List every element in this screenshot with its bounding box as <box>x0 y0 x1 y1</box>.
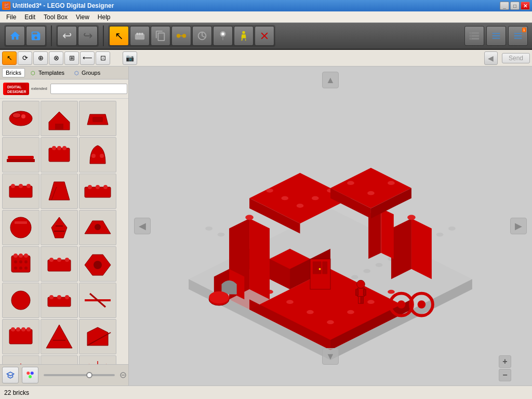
zoom-controls: + − <box>499 355 511 381</box>
svg-point-47 <box>19 267 22 270</box>
nav-back-button[interactable]: ◀ <box>484 51 498 65</box>
svg-point-156 <box>418 300 426 309</box>
svg-point-17 <box>21 114 25 118</box>
svg-point-42 <box>24 254 28 258</box>
brick-item[interactable] <box>79 210 116 245</box>
svg-rect-150 <box>361 296 363 303</box>
svg-point-38 <box>95 224 101 230</box>
svg-point-30 <box>19 184 23 188</box>
brick-item[interactable] <box>41 246 78 282</box>
send-button[interactable]: Send <box>502 53 530 63</box>
svg-rect-20 <box>8 156 34 159</box>
brick-item[interactable] <box>79 101 116 136</box>
brick-item[interactable] <box>2 174 39 209</box>
brick-item[interactable] <box>2 355 39 364</box>
brick-search-input[interactable] <box>50 84 127 94</box>
brick-item[interactable] <box>41 319 78 354</box>
nav-right-button[interactable]: ▶ <box>510 218 527 234</box>
svg-rect-149 <box>358 296 361 303</box>
zoom-slider[interactable] <box>44 374 115 376</box>
add-brick-button[interactable] <box>130 26 150 46</box>
zoom-in-button[interactable]: + <box>499 355 511 368</box>
home-button[interactable] <box>5 26 25 46</box>
brick-count: 22 bricks <box>4 389 29 396</box>
svg-point-3 <box>141 33 143 35</box>
t2-rotate-button[interactable]: ⟳ <box>18 51 32 65</box>
t2-pointer-button[interactable]: ↖ <box>2 51 17 65</box>
nav-up-button[interactable]: ▲ <box>322 72 339 88</box>
titlebar-controls[interactable]: _ □ ✕ <box>500 2 530 10</box>
menu-view[interactable]: View <box>72 12 94 22</box>
main-tools: ↖ <box>108 25 275 47</box>
brick-item[interactable] <box>2 137 39 172</box>
connect-button[interactable] <box>171 26 191 46</box>
select-tool-button[interactable]: ↖ <box>109 26 129 46</box>
svg-point-130 <box>245 215 254 220</box>
t2-flex-button[interactable]: ⟵ <box>80 51 95 65</box>
brick-item[interactable] <box>2 210 39 245</box>
nav-down-button[interactable]: ▼ <box>322 348 339 365</box>
t2-movexy-button[interactable]: ⊕ <box>33 51 48 65</box>
brick-item[interactable] <box>79 246 116 282</box>
svg-point-43 <box>14 260 17 263</box>
brick-item[interactable] <box>41 137 78 172</box>
undo-button[interactable]: ↩ <box>57 26 77 46</box>
paint-button[interactable] <box>213 26 233 46</box>
save-button[interactable] <box>26 26 46 46</box>
svg-point-103 <box>218 233 225 237</box>
brick-item[interactable] <box>79 174 116 209</box>
tab-bricks-label: Bricks <box>6 70 21 76</box>
brick-item[interactable] <box>79 355 116 364</box>
t2-hinge-button[interactable]: ⊡ <box>96 51 110 65</box>
zoom-thumb[interactable] <box>86 372 92 378</box>
svg-point-41 <box>19 254 23 258</box>
svg-point-27 <box>100 154 104 158</box>
zoom-out-button[interactable]: − <box>499 369 511 381</box>
delete-button[interactable] <box>255 26 274 46</box>
menu-help[interactable]: Help <box>94 12 115 22</box>
brick-item[interactable] <box>2 246 39 282</box>
scene-view-button[interactable] <box>2 367 19 383</box>
dd-logo: DIGITAL DESIGNER extended <box>2 82 48 96</box>
close-button[interactable]: ✕ <box>521 2 530 10</box>
undo-tools: ↩ ↪ <box>56 25 99 47</box>
minimize-button[interactable]: _ <box>500 2 509 10</box>
tab-groups[interactable]: ⬡ Groups <box>69 68 104 78</box>
color-picker-button[interactable] <box>22 367 38 383</box>
brick-item[interactable] <box>79 319 116 354</box>
nav-left-button[interactable]: ◀ <box>134 218 151 234</box>
brick-item[interactable] <box>41 101 78 136</box>
menu-file[interactable]: File <box>2 12 20 22</box>
brick-item[interactable] <box>41 174 78 209</box>
menu-edit[interactable]: Edit <box>20 12 39 22</box>
svg-point-44 <box>19 260 22 263</box>
menu-toolbox[interactable]: Tool Box <box>39 12 72 22</box>
view-options-button[interactable]: 1 <box>508 26 528 46</box>
redo-button[interactable]: ↪ <box>78 26 98 46</box>
svg-point-136 <box>312 196 319 200</box>
t2-camera-button[interactable]: 📷 <box>123 51 137 65</box>
canvas-area[interactable]: ▲ ◀ ▶ ▼ <box>129 66 532 385</box>
maximize-button[interactable]: □ <box>510 2 520 10</box>
brick-item[interactable] <box>2 283 39 318</box>
brick-item[interactable] <box>79 283 116 318</box>
svg-point-126 <box>327 320 334 324</box>
svg-rect-152 <box>363 289 366 296</box>
brick-item[interactable] <box>41 210 78 245</box>
view-build-button[interactable] <box>464 26 484 46</box>
minifig-button[interactable] <box>234 26 254 46</box>
t2-movez-button[interactable]: ⊗ <box>49 51 63 65</box>
brick-item[interactable] <box>2 101 39 136</box>
brick-item[interactable] <box>2 319 39 354</box>
svg-point-65 <box>26 327 31 331</box>
hinge-button[interactable] <box>192 26 212 46</box>
brick-item[interactable] <box>79 137 116 172</box>
clone-button[interactable] <box>151 26 170 46</box>
brick-item[interactable] <box>41 283 78 318</box>
tab-templates[interactable]: ⬡ Templates <box>26 68 68 78</box>
brick-item[interactable] <box>41 355 78 364</box>
tab-bricks[interactable]: Bricks <box>2 68 25 77</box>
t2-clone-button[interactable]: ⊞ <box>64 51 79 65</box>
view-instructions-button[interactable] <box>486 26 506 46</box>
brick-row <box>2 101 126 136</box>
